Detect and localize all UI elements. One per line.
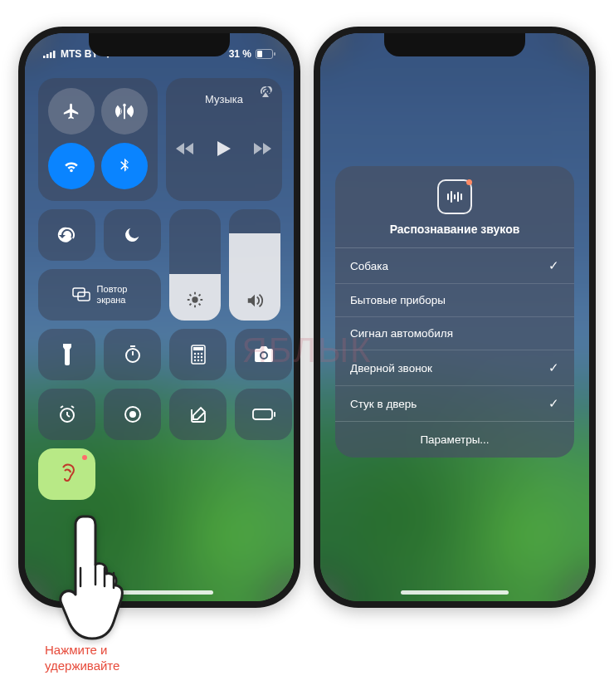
svg-point-27	[197, 356, 198, 358]
check-icon: ✓	[548, 360, 559, 375]
svg-line-34	[67, 415, 70, 417]
volume-slider[interactable]	[229, 209, 280, 321]
notch	[89, 33, 230, 56]
record-icon	[123, 404, 143, 424]
sound-recognition-item[interactable]: Бытовые приборы	[335, 284, 574, 317]
svg-rect-6	[274, 52, 275, 56]
ear-icon	[56, 463, 78, 486]
low-power-mode-button[interactable]	[235, 389, 292, 440]
airplay-icon	[259, 86, 272, 98]
do-not-disturb-toggle[interactable]	[104, 209, 161, 261]
previous-track-button[interactable]	[176, 142, 194, 155]
airplane-mode-toggle[interactable]	[48, 88, 95, 135]
notification-dot	[82, 455, 87, 460]
screen-mirroring-button[interactable]: Повтор экрана	[38, 269, 161, 321]
music-panel[interactable]: Музыка	[166, 78, 282, 201]
check-icon: ✓	[548, 258, 559, 273]
compose-icon	[189, 405, 207, 423]
svg-rect-3	[53, 51, 56, 58]
svg-point-24	[197, 353, 198, 355]
alarm-button[interactable]	[38, 389, 95, 440]
play-button[interactable]	[217, 141, 231, 156]
iphone-right: Распознавание звуков Собака✓Бытовые приб…	[314, 27, 596, 608]
pointing-hand-illustration	[56, 510, 131, 643]
wifi-icon	[62, 157, 80, 175]
svg-line-16	[189, 304, 191, 306]
calculator-icon	[191, 345, 206, 365]
cellular-data-toggle[interactable]	[101, 88, 148, 135]
sound-recognition-item-label: Бытовые приборы	[350, 294, 446, 306]
sound-recognition-item[interactable]: Дверной звонок✓	[335, 350, 574, 386]
sound-recognition-item[interactable]: Собака✓	[335, 248, 574, 284]
svg-point-29	[193, 360, 195, 361]
notes-button[interactable]	[169, 389, 227, 440]
timer-icon	[123, 345, 143, 365]
sound-recognition-item[interactable]: Стук в дверь✓	[335, 386, 574, 421]
next-track-button[interactable]	[254, 142, 272, 155]
sound-recognition-icon	[437, 179, 472, 214]
svg-line-17	[199, 294, 201, 296]
svg-point-25	[200, 353, 202, 355]
wifi-toggle[interactable]	[48, 143, 95, 189]
svg-point-30	[197, 360, 198, 361]
home-indicator[interactable]	[401, 590, 509, 595]
screen-mirroring-icon	[72, 287, 90, 302]
check-icon: ✓	[548, 396, 559, 411]
svg-line-36	[71, 406, 74, 408]
battery-outline-icon	[252, 409, 275, 420]
brightness-icon	[186, 291, 204, 309]
svg-line-35	[61, 406, 63, 408]
svg-rect-0	[43, 56, 46, 58]
svg-rect-5	[257, 51, 262, 57]
svg-rect-22	[193, 347, 203, 350]
camera-button[interactable]	[235, 329, 292, 380]
orientation-lock-toggle[interactable]	[38, 209, 95, 261]
sound-recognition-item[interactable]: Сигнал автомобиля	[335, 317, 574, 350]
svg-rect-2	[50, 52, 52, 58]
moon-icon	[124, 226, 142, 244]
timer-button[interactable]	[104, 329, 161, 380]
bluetooth-icon	[116, 157, 133, 175]
antenna-icon	[115, 102, 134, 120]
alarm-icon	[57, 404, 77, 424]
svg-line-15	[199, 304, 201, 306]
connectivity-panel[interactable]	[38, 78, 158, 201]
camera-icon	[254, 346, 274, 363]
airplane-icon	[62, 102, 80, 120]
sound-recognition-item-label: Стук в дверь	[350, 398, 417, 410]
brightness-slider[interactable]	[169, 209, 221, 321]
sound-recognition-item-label: Сигнал автомобиля	[350, 327, 453, 340]
sound-recognition-item-label: Собака	[350, 260, 388, 272]
svg-line-14	[189, 294, 191, 296]
flashlight-button[interactable]	[38, 329, 95, 380]
svg-point-23	[193, 353, 195, 355]
screen-sound-recognition: Распознавание звуков Собака✓Бытовые приб…	[320, 33, 589, 601]
sound-recognition-panel: Распознавание звуков Собака✓Бытовые приб…	[335, 166, 574, 458]
sound-recognition-settings-button[interactable]: Параметры...	[335, 421, 574, 458]
svg-rect-40	[274, 412, 275, 417]
svg-point-31	[200, 360, 202, 361]
svg-rect-1	[46, 54, 49, 58]
battery-percent-label: 31 %	[229, 48, 251, 60]
svg-point-38	[129, 411, 136, 418]
notch	[384, 33, 525, 56]
flashlight-icon	[61, 344, 73, 365]
cellular-signal-icon	[43, 50, 56, 58]
sound-recognition-title: Распознавание звуков	[390, 223, 520, 236]
svg-point-26	[193, 356, 195, 358]
screen-mirroring-label-2: экрана	[97, 295, 128, 306]
svg-rect-39	[253, 409, 272, 419]
svg-point-9	[192, 296, 197, 302]
rotation-lock-icon	[57, 225, 77, 245]
press-and-hold-hint: Нажмите и удерживайте	[45, 643, 119, 674]
music-app-label: Музыка	[176, 93, 272, 105]
battery-icon	[256, 49, 275, 59]
calculator-button[interactable]	[169, 329, 227, 380]
volume-icon	[246, 292, 264, 309]
svg-point-28	[200, 356, 202, 358]
screen-mirroring-label-1: Повтор	[97, 284, 128, 295]
bluetooth-toggle[interactable]	[101, 143, 148, 189]
sound-recognition-item-label: Дверной звонок	[350, 362, 432, 374]
sound-recognition-button[interactable]	[38, 448, 95, 500]
screen-record-button[interactable]	[104, 389, 161, 440]
